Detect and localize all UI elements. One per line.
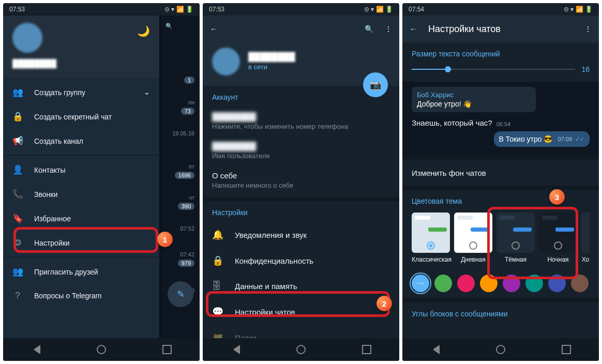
corners-label: Углы блоков с сообщениями <box>412 310 590 318</box>
nav-recents-icon[interactable] <box>162 345 172 354</box>
settings-section: Настройки <box>203 201 399 217</box>
storage-icon: 🗄 <box>212 281 222 292</box>
drawer-label: Контакты <box>34 166 65 174</box>
drawer-label: Создать канал <box>34 137 83 145</box>
user-name: ████████ <box>12 59 150 68</box>
drawer-item-invite[interactable]: 👥Пригласить друзей <box>3 260 159 284</box>
nav-home-icon[interactable] <box>496 345 505 354</box>
message-in: Боб Харрис Доброе утро! 👋 <box>412 87 536 112</box>
color-option[interactable]: ⋯ <box>412 275 429 292</box>
weekday-label: пт <box>186 161 198 172</box>
row-label: Настройки чатов <box>235 308 295 316</box>
toolbar: ← Настройки чатов ⋮ <box>402 16 599 42</box>
theme-more[interactable]: Хо <box>581 213 590 263</box>
more-icon[interactable]: ⋮ <box>385 25 392 33</box>
nav-back-icon[interactable] <box>430 345 440 354</box>
drawer-label: Настройки <box>34 239 70 247</box>
chat-preview: Боб Харрис Доброе утро! 👋 Знаешь, которы… <box>402 82 599 156</box>
drawer-item-new-group[interactable]: 👥Создать группу <box>3 80 159 104</box>
status-bar: 07:53 ⊝ ▾ 📶 🔋 <box>203 3 399 16</box>
nav-home-icon[interactable] <box>296 345 306 354</box>
message-text: В Токио утро 😎 <box>499 135 553 143</box>
callout-number-2: 2 <box>377 296 392 311</box>
color-option[interactable] <box>503 275 520 292</box>
status-icons: ⊝ ▾ 📶 🔋 <box>164 6 193 13</box>
message-time: 06:54 <box>496 121 511 127</box>
unread-badge: 390 <box>178 203 194 210</box>
settings-notifications[interactable]: 🔔Уведомления и звук <box>203 222 399 248</box>
change-background-row[interactable]: Изменить фон чатов <box>402 160 599 186</box>
compose-fab[interactable]: ✎ <box>168 281 193 307</box>
back-icon[interactable]: ← <box>210 25 217 33</box>
search-icon[interactable]: 🔍 <box>365 25 373 33</box>
user-avatar[interactable] <box>12 23 42 53</box>
back-icon[interactable]: ← <box>410 25 417 33</box>
android-nav-bar <box>402 338 599 361</box>
group-icon: 👥 <box>12 87 23 98</box>
text-size-slider[interactable]: 16 <box>412 65 590 73</box>
section-title: Аккаунт <box>212 93 390 101</box>
corners-section: Углы блоков с сообщениями <box>402 302 599 327</box>
sender-name: Боб Харрис <box>417 91 531 99</box>
settings-data[interactable]: 🗄Данные и память <box>203 274 399 299</box>
color-option[interactable] <box>480 275 498 292</box>
section-title: Настройки <box>212 208 390 217</box>
chatlist-background: 🔍 1 пн 73 19.05.18 пт 1696 чт 390 07:52 … <box>158 16 200 338</box>
time-label: 07:42 <box>177 249 198 260</box>
phone-row[interactable]: ████████ Нажмите, чтобы изменить номер т… <box>212 107 390 136</box>
theme-dark[interactable]: Тёмная <box>496 213 535 263</box>
camera-icon: 📷 <box>370 79 381 90</box>
drawer-label: Избранное <box>34 215 71 223</box>
row-label: Уведомления и звук <box>235 231 307 239</box>
theme-night[interactable]: Ночная <box>539 213 577 263</box>
unread-badge: 979 <box>178 260 194 267</box>
drawer-item-faq[interactable]: ?Вопросы о Telegram <box>3 284 159 308</box>
slider-value: 16 <box>581 65 590 73</box>
bio-row[interactable]: О себе Напишите немного о себе <box>212 165 390 195</box>
drawer-item-new-channel[interactable]: 📢Создать канал <box>3 129 159 153</box>
accent-colors: ⋯ <box>402 268 599 298</box>
color-option[interactable] <box>434 275 452 292</box>
chat-icon: 💬 <box>212 306 222 317</box>
color-option[interactable] <box>548 275 566 292</box>
drawer-item-secret-chat[interactable]: 🔒Создать секретный чат <box>3 104 159 129</box>
chevron-down-icon[interactable]: ⌄ <box>144 88 150 96</box>
phone-pane-1: 07:53 ⊝ ▾ 📶 🔋 🔍 1 пн 73 19.05.18 пт 1696… <box>3 3 200 361</box>
drawer-item-contacts[interactable]: 👤Контакты <box>3 158 159 182</box>
drawer-label: Пригласить друзей <box>34 268 98 276</box>
user-avatar[interactable] <box>212 48 240 75</box>
nav-recents-icon[interactable] <box>562 345 571 354</box>
contact-icon: 👤 <box>12 164 23 175</box>
android-nav-bar <box>203 338 399 361</box>
color-option[interactable] <box>457 275 475 292</box>
change-photo-fab[interactable]: 📷 <box>363 72 388 97</box>
nav-back-icon[interactable] <box>31 345 40 354</box>
color-option[interactable] <box>525 275 543 292</box>
drawer-list: 👥Создать группу 🔒Создать секретный чат 📢… <box>3 77 159 311</box>
nav-back-icon[interactable] <box>231 345 240 354</box>
username-row[interactable]: ████████ Имя пользователя <box>212 136 390 165</box>
status-icons: ⊝ ▾ 📶 🔋 <box>564 6 593 13</box>
settings-chat[interactable]: 💬Настройки чатов <box>203 299 399 325</box>
theme-classic[interactable]: Классическая <box>412 213 450 263</box>
color-option[interactable] <box>571 275 589 292</box>
search-icon[interactable]: 🔍 <box>162 21 176 32</box>
android-nav-bar <box>3 338 200 361</box>
drawer-item-settings[interactable]: ⚙Настройки <box>3 231 159 255</box>
drawer-item-saved[interactable]: 🔖Избранное <box>3 206 159 231</box>
message-text: Знаешь, который час? <box>412 118 492 127</box>
unread-badge: 73 <box>181 108 194 115</box>
nav-recents-icon[interactable] <box>362 345 371 354</box>
lock-icon: 🔒 <box>12 111 23 122</box>
night-mode-icon[interactable]: 🌙 <box>137 25 150 37</box>
weekday-label: пн <box>185 97 198 108</box>
drawer-item-calls[interactable]: 📞Звонки <box>3 182 159 206</box>
more-icon[interactable]: ⋮ <box>584 25 592 33</box>
settings-privacy[interactable]: 🔒Конфиденциальность <box>203 248 399 274</box>
gear-icon: ⚙ <box>12 237 23 248</box>
drawer-label: Звонки <box>34 190 57 199</box>
nav-home-icon[interactable] <box>97 345 106 354</box>
phone-icon: 📞 <box>12 189 23 200</box>
message-time: 07:09 <box>558 136 572 142</box>
theme-day[interactable]: Дневная <box>454 213 492 263</box>
